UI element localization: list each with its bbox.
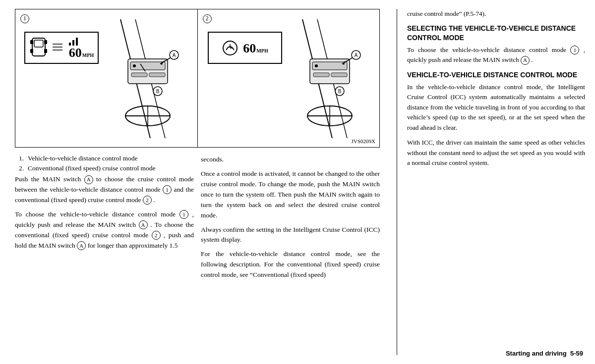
diagram-container: 1 xyxy=(15,9,380,148)
list-num-1: 1. xyxy=(15,155,24,162)
left-para-1: Push the MAIN switch A to choose the cru… xyxy=(15,174,194,206)
section-body-vtov-2: With ICC, the driver can maintain the sa… xyxy=(407,138,585,168)
svg-text:B: B xyxy=(338,89,342,94)
diagram-panel-2: 2 60 MPH xyxy=(198,9,380,147)
heading-selecting: SELECTING THE VEHICLE-TO-VEHICLE DISTANC… xyxy=(407,24,585,42)
svg-rect-37 xyxy=(313,73,329,77)
svg-rect-17 xyxy=(131,73,147,77)
car-icon xyxy=(29,36,48,60)
section-body-selecting: To choose the vehicle-to-vehicle distanc… xyxy=(407,45,585,65)
middle-para-4: For the vehicle-to-vehicle distance cont… xyxy=(201,249,380,280)
list-num-2: 2. xyxy=(15,164,24,172)
svg-rect-3 xyxy=(44,40,47,44)
distance-bars-icon xyxy=(69,37,78,46)
svg-text:A: A xyxy=(172,52,176,58)
list-item-2: 2. Conventional (fixed speed) cruise con… xyxy=(15,164,194,172)
panel-2-unit: MPH xyxy=(256,48,268,53)
control-panel-svg-1: B A xyxy=(101,19,192,138)
svg-text:B: B xyxy=(156,89,159,94)
section-body-vtov-1: In the vehicle-to-vehicle distance contr… xyxy=(407,82,585,133)
middle-para-1: seconds. xyxy=(201,155,380,165)
svg-rect-4 xyxy=(30,49,33,53)
right-intro: cruise control mode” (P.5-74). xyxy=(407,9,585,19)
panel-2-display: 60 MPH xyxy=(208,32,282,64)
panel-1-display: 60 MPH xyxy=(24,32,99,64)
right-column: cruise control mode” (P.5-74). SELECTING… xyxy=(402,9,585,355)
middle-text-block: seconds. Once a control mode is activate… xyxy=(201,155,380,284)
panel-2-number: 2 xyxy=(203,13,212,23)
list-text-2: Conventional (fixed speed) cruise contro… xyxy=(28,164,194,172)
diagram-label: JVS0209X xyxy=(352,138,375,144)
list-item-1: 1. Vehicle-to-vehicle distance control m… xyxy=(15,155,194,162)
svg-rect-5 xyxy=(44,49,47,53)
svg-rect-2 xyxy=(30,40,33,44)
svg-text:A: A xyxy=(355,52,358,58)
svg-rect-18 xyxy=(149,73,165,77)
middle-para-3: Always confirm the setting in the Intell… xyxy=(201,225,380,246)
svg-point-16 xyxy=(133,64,136,67)
diagram-panel-1: 1 xyxy=(15,9,198,147)
control-panel-svg-2: B A xyxy=(283,19,374,138)
svg-rect-1 xyxy=(34,40,43,47)
footer-text: Starting and driving xyxy=(506,350,567,357)
middle-para-2: Once a control mode is activated, it can… xyxy=(201,169,380,221)
svg-point-36 xyxy=(315,64,318,67)
svg-rect-11 xyxy=(76,38,78,46)
panel-1-speed: 60 xyxy=(69,47,82,59)
svg-rect-10 xyxy=(72,40,74,46)
cruise-icon xyxy=(221,39,239,57)
heading-vtov: VEHICLE-TO-VEHICLE DISTANCE CONTROL MODE xyxy=(407,70,585,79)
page-footer: Starting and driving 5-59 xyxy=(506,350,583,357)
radar-icon xyxy=(50,43,65,51)
panel-2-speed: 60 xyxy=(243,42,256,55)
column-divider xyxy=(397,9,397,355)
svg-rect-38 xyxy=(331,73,347,77)
svg-rect-9 xyxy=(69,43,71,46)
left-text-block: 1. Vehicle-to-vehicle distance control m… xyxy=(15,155,194,284)
panel-1-unit: MPH xyxy=(82,52,94,58)
panel-1-number: 1 xyxy=(20,13,29,23)
footer-page: 5-59 xyxy=(570,350,583,357)
left-para-2: To choose the vehicle-to-vehicle distanc… xyxy=(15,209,194,251)
list-text-1: Vehicle-to-vehicle distance control mode xyxy=(28,155,194,162)
